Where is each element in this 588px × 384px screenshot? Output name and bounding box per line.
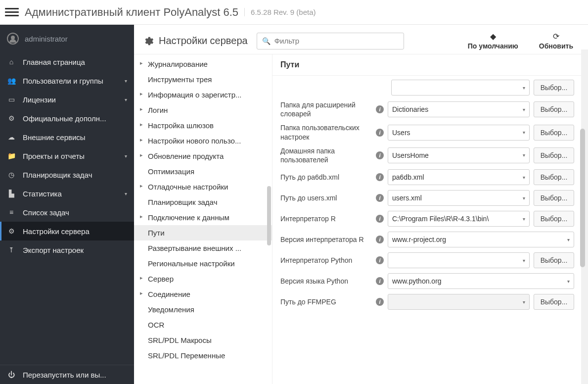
path-combo[interactable]: users.xml▾	[388, 190, 530, 206]
tree-item-4[interactable]: Настройка шлюзов	[134, 118, 272, 133]
tree-item-7[interactable]: Оптимизация	[134, 164, 272, 179]
refresh-icon: ⟳	[539, 32, 573, 41]
upload-icon: ⤒	[7, 245, 16, 254]
field-label: Интерпретатор Python	[280, 256, 372, 265]
path-combo[interactable]: ▾	[388, 252, 530, 268]
sidebar-item-7[interactable]: ▙Статистика▾	[0, 184, 134, 203]
filter-input[interactable]	[274, 37, 399, 45]
info-icon[interactable]: i	[376, 215, 384, 223]
path-combo[interactable]: ▾	[388, 294, 530, 310]
gears-icon	[143, 36, 154, 47]
browse-button[interactable]: Выбор...	[534, 211, 574, 227]
info-icon[interactable]: i	[376, 151, 384, 159]
info-icon[interactable]: i	[376, 129, 384, 137]
refresh-button[interactable]: ⟳ Обновить	[539, 32, 573, 50]
browse-button[interactable]: Выбор...	[534, 169, 574, 185]
tree-item-10[interactable]: Подключение к данным	[134, 210, 272, 225]
sidebar-item-9[interactable]: ⚙Настройки сервера	[0, 222, 134, 240]
scrollbar-track[interactable]	[581, 49, 588, 384]
form-row-5: Интерпретатор RiC:\Program Files\R\R-4.3…	[280, 211, 574, 227]
defaults-button[interactable]: ◆ По умолчанию	[468, 32, 518, 50]
form-row-7: Интерпретатор Pythoni▾Выбор...	[280, 252, 574, 268]
tree-item-8[interactable]: Отладочные настройки	[134, 179, 272, 194]
path-combo[interactable]: www.python.org▾	[388, 273, 574, 289]
info-icon[interactable]: i	[376, 194, 384, 202]
app-title: Административный клиент PolyAnalyst 6.5	[25, 6, 238, 19]
sidebar-item-5[interactable]: 📁Проекты и отчеты▾	[0, 146, 134, 165]
field-label: Домашняя папка пользователей	[280, 146, 372, 164]
filter-input-wrap[interactable]: 🔍	[257, 33, 404, 49]
sidebar-item-3[interactable]: ⚙Официальные дополн...	[0, 109, 134, 128]
chevron-down-icon: ▾	[523, 152, 525, 158]
page-title: Настройки сервера	[143, 35, 248, 47]
sidebar-item-2[interactable]: ▭Лицензии▾	[0, 90, 134, 109]
tree-item-14[interactable]: Сервер	[134, 271, 272, 287]
tree-item-0[interactable]: Журналирование	[134, 56, 272, 72]
user-icon	[7, 33, 19, 45]
scrollbar-thumb[interactable]	[580, 129, 585, 267]
tree-item-2[interactable]: Информация о зарегистр...	[134, 87, 272, 102]
info-icon[interactable]: i	[376, 256, 384, 264]
field-label: Версия интерпретатора R	[280, 235, 372, 244]
tree-item-9[interactable]: Планировщик задач	[134, 194, 272, 210]
sidebar-item-8[interactable]: ≡Список задач	[0, 203, 134, 222]
tree-item-13[interactable]: Региональные настройки	[134, 256, 272, 271]
tree-item-6[interactable]: Обновление продукта	[134, 148, 272, 164]
tree-item-17[interactable]: OCR	[134, 317, 272, 333]
search-icon: 🔍	[262, 37, 271, 45]
chevron-down-icon: ▾	[523, 216, 525, 222]
browse-button[interactable]: Выбор...	[534, 125, 574, 141]
sidebar: administrator ⌂Главная страница👥Пользова…	[0, 25, 134, 384]
sidebar-item-10[interactable]: ⤒Экспорт настроек	[0, 240, 134, 259]
tree-item-12[interactable]: Развертывание внешних ...	[134, 240, 272, 256]
menu-toggle-button[interactable]	[5, 5, 19, 19]
tree-item-16[interactable]: Уведомления	[134, 302, 272, 317]
info-icon[interactable]: i	[376, 105, 384, 113]
user-row[interactable]: administrator	[0, 25, 134, 52]
info-icon[interactable]: i	[376, 277, 384, 285]
info-icon[interactable]: i	[376, 173, 384, 181]
eraser-icon: ◆	[468, 32, 518, 41]
form-row-8: Версия языка Pythoniwww.python.org▾	[280, 273, 574, 289]
chevron-down-icon: ▾	[523, 130, 525, 135]
sidebar-item-restart[interactable]: ⏻ Перезапустить или вы...	[0, 365, 134, 384]
browse-button[interactable]: Выбор...	[534, 80, 574, 96]
app-version: 6.5.28 Rev. 9 (beta)	[244, 8, 316, 16]
tree-item-15[interactable]: Соединение	[134, 287, 272, 302]
field-label: Интерпретатор R	[280, 214, 372, 223]
path-combo[interactable]: UsersHome▾	[388, 147, 530, 163]
tree-item-18[interactable]: SRL/PDL Макросы	[134, 333, 272, 348]
info-icon[interactable]: i	[376, 236, 384, 243]
browse-button[interactable]: Выбор...	[534, 190, 574, 206]
sidebar-item-0[interactable]: ⌂Главная страница	[0, 52, 134, 71]
browse-button[interactable]: Выбор...	[534, 147, 574, 163]
path-combo[interactable]: Dictionaries▾	[388, 101, 530, 117]
form-row-6: Версия интерпретатора Riwww.r-project.or…	[280, 232, 574, 247]
info-icon[interactable]: i	[376, 298, 384, 306]
scrollbar-thumb[interactable]	[267, 186, 271, 245]
users-icon: 👥	[7, 76, 16, 85]
path-combo[interactable]: pa6db.xml▾	[388, 169, 530, 185]
path-combo[interactable]: ▾	[391, 80, 530, 96]
tree-item-3[interactable]: Логин	[134, 102, 272, 118]
path-combo[interactable]: www.r-project.org▾	[388, 232, 574, 247]
field-label: Папка для расширений словарей	[280, 100, 372, 118]
sidebar-item-label: Пользователи и группы	[23, 77, 103, 85]
sidebar-item-4[interactable]: ☁Внешние сервисы	[0, 128, 134, 146]
folder-icon: 📁	[7, 151, 16, 160]
path-combo[interactable]: Users▾	[388, 125, 530, 141]
browse-button[interactable]: Выбор...	[534, 101, 574, 117]
tree-item-11[interactable]: Пути	[134, 225, 272, 240]
field-label: Путь до users.xml	[280, 193, 372, 202]
sidebar-item-6[interactable]: ◷Планировщик задач	[0, 165, 134, 184]
tree-item-1[interactable]: Инструменты трея	[134, 72, 272, 87]
tree-item-5[interactable]: Настройки нового пользо...	[134, 133, 272, 148]
path-combo[interactable]: C:\Program Files\R\R-4.3.1\bin\▾	[388, 211, 530, 227]
sidebar-item-1[interactable]: 👥Пользователи и группы▾	[0, 71, 134, 90]
chevron-down-icon: ▾	[567, 237, 570, 242]
browse-button[interactable]: Выбор...	[534, 294, 574, 310]
tree-item-19[interactable]: SRL/PDL Переменные	[134, 348, 272, 363]
browse-button[interactable]: Выбор...	[534, 252, 574, 268]
chevron-down-icon: ▾	[125, 78, 127, 84]
puzzle-icon: ⚙	[7, 114, 16, 123]
